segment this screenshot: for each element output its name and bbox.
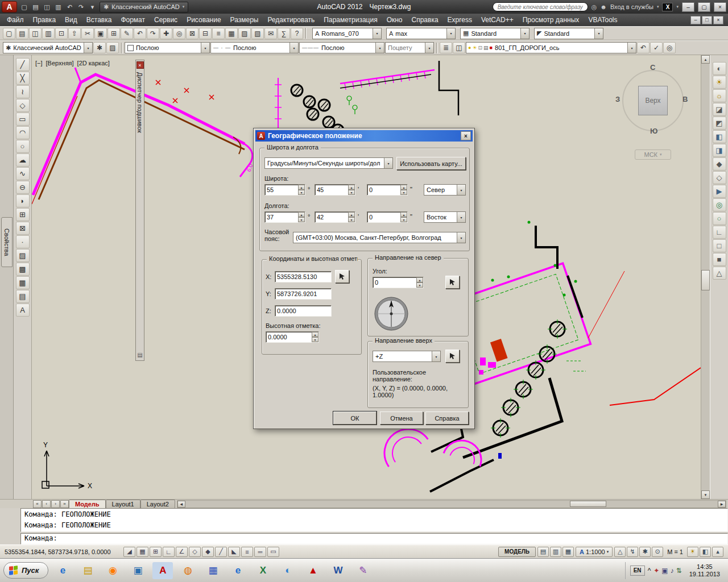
construction-line-icon[interactable]: ╳ [16, 72, 30, 85]
polyline-icon[interactable]: ≀ [16, 85, 30, 98]
chevron-down-icon[interactable]: ▾ [373, 28, 381, 39]
chevron-down-icon[interactable]: ▾ [201, 43, 209, 53]
chevron-down-icon[interactable]: ▾ [375, 43, 384, 53]
grid-display-toggle[interactable]: ⊞ [150, 547, 162, 557]
restore-button[interactable]: ▢ [698, 2, 710, 12]
text-style-combo[interactable]: А Romans_070 ▾ [312, 28, 382, 39]
spin-up-icon[interactable]: ▲ [298, 185, 305, 190]
object-color-combo[interactable]: Послою ▾ [125, 42, 210, 53]
layer-states-icon[interactable]: ◫ [453, 42, 465, 53]
volume-icon[interactable]: ■ [713, 253, 726, 266]
sheet-set-manager-bar[interactable]: × Диспетчер подшивок ▤ [135, 60, 144, 361]
last-tab-button[interactable]: » [60, 500, 69, 508]
spin-up-icon[interactable]: ▲ [400, 212, 407, 217]
workspace-combo[interactable]: ✱ Классический AutoCAD ▾ [100, 2, 188, 13]
web-globe-icon[interactable]: ◐ [278, 562, 298, 579]
chevron-down-icon[interactable]: ▾ [457, 185, 465, 195]
elevation-spinner[interactable]: ▲▼ [266, 331, 319, 343]
dialog-titlebar[interactable]: A Географическое положение × [255, 130, 473, 142]
mdi-close-button[interactable]: × [713, 16, 723, 24]
signin-label[interactable]: Вход в службы [610, 3, 653, 10]
longitude-degrees-spinner[interactable]: ▲▼ [264, 211, 305, 223]
open-icon[interactable]: ▤ [30, 2, 41, 12]
coordinates-readout[interactable]: 5355354.1844, 5873734.9718, 0.0000 [5, 548, 122, 555]
ellipse-arc-icon[interactable]: ◗ [16, 194, 30, 207]
tab-layout2[interactable]: Layout2 [140, 500, 175, 509]
exchange-apps-button[interactable]: X [662, 3, 673, 11]
ortho-mode-toggle[interactable]: ∟ [163, 547, 175, 557]
spin-down-icon[interactable]: ▼ [298, 190, 305, 195]
spin-up-icon[interactable]: ▲ [298, 212, 305, 217]
qat-more-icon[interactable]: ▾ [87, 2, 98, 12]
ellipse-icon[interactable]: ⊖ [16, 181, 30, 194]
section-plane-icon[interactable]: △ [713, 267, 726, 280]
timezone-combo[interactable]: (GMT+03:00) Москва, Санкт-Петербург, Вол… [293, 232, 466, 243]
first-tab-button[interactable]: « [33, 500, 42, 508]
pick-up-direction-button[interactable] [445, 350, 460, 363]
render-icon[interactable]: ◐ [713, 62, 726, 75]
file-explorer-icon[interactable]: ▤ [77, 562, 98, 579]
acrobat-reader-icon[interactable]: ▲ [303, 562, 323, 579]
line-icon[interactable]: ╱ [16, 58, 30, 71]
sun-properties-icon[interactable]: ☼ [713, 89, 726, 102]
rectangle-icon[interactable]: ▭ [16, 113, 30, 126]
viewcube-north-label[interactable]: С [650, 63, 655, 72]
layer-isolate-icon[interactable]: ◎ [663, 42, 676, 53]
viewport-view-control[interactable]: [Верхняя] [46, 60, 74, 66]
tray-volume-icon[interactable]: ♪ [671, 567, 674, 575]
model-space-icon[interactable]: ▤ [537, 547, 549, 557]
scroll-down-icon[interactable]: ▼ [701, 490, 710, 499]
markup-icon[interactable]: ✉ [264, 28, 277, 39]
word-icon[interactable]: W [328, 562, 348, 579]
x-coordinate-input[interactable] [275, 271, 332, 282]
language-indicator[interactable]: EN [630, 566, 645, 576]
materials-icon[interactable]: ◩ [713, 117, 726, 130]
start-button[interactable]: Пуск [3, 562, 48, 579]
zoom-previous-icon[interactable]: ⊟ [199, 28, 212, 39]
publish-icon[interactable]: ⇧ [68, 28, 81, 39]
properties-palette-tab[interactable]: Свойства [1, 217, 13, 267]
menu-item[interactable]: Сервис [150, 14, 182, 26]
chevron-down-icon[interactable]: ▾ [446, 28, 455, 39]
circle-icon[interactable]: ○ [16, 140, 30, 153]
toolbar-lock-icon[interactable]: ⊙ [652, 547, 663, 557]
menu-item[interactable]: Формат [116, 14, 150, 26]
menu-item[interactable]: Рисование [182, 14, 225, 26]
layer-combo[interactable]: ●☀⊡▤■ 801_ГП_ДОРОГИ_ось ▾ [466, 42, 636, 53]
chevron-down-icon[interactable]: ▾ [432, 351, 440, 361]
make-object-layer-current-icon[interactable]: ✓ [650, 42, 663, 53]
chevron-down-icon[interactable]: ▾ [457, 232, 465, 243]
multiline-text-icon[interactable]: А [16, 304, 30, 317]
copy-icon[interactable]: ▣ [94, 28, 107, 39]
chevron-down-icon[interactable]: ▾ [457, 212, 465, 222]
excel-icon[interactable]: X [253, 562, 273, 579]
hatch-icon[interactable]: ▨ [16, 249, 30, 262]
show-motion-icon[interactable]: ▶ [713, 185, 726, 198]
spin-up-icon[interactable]: ▲ [348, 212, 355, 217]
north-compass-widget[interactable] [374, 296, 409, 331]
infer-constraints-toggle[interactable]: ◢ [123, 547, 135, 557]
quickcalc-icon[interactable]: ∑ [278, 28, 290, 39]
outlook-icon[interactable]: ◍ [177, 562, 198, 579]
properties-icon[interactable]: ≡ [212, 28, 225, 39]
prev-tab-button[interactable]: ‹ [42, 500, 51, 508]
close-button[interactable]: × [714, 2, 726, 12]
y-coordinate-input[interactable] [275, 288, 332, 300]
viewcube-top-face[interactable]: Верх [638, 86, 668, 115]
chevron-down-icon[interactable]: ▾ [425, 43, 433, 53]
free-orbit-icon[interactable]: ○ [713, 212, 726, 225]
layer-plot-icon[interactable]: ▤ [483, 45, 489, 51]
cut-icon[interactable]: ✂ [81, 28, 94, 39]
tool-palettes-icon[interactable]: ▨ [238, 28, 251, 39]
clock[interactable]: 14:35 19.11.2013 [685, 563, 725, 578]
dim-style-combo[interactable]: А max ▾ [386, 28, 456, 39]
point-icon[interactable]: ∙ [16, 235, 30, 248]
materials-browser-icon[interactable]: ◪ [713, 103, 726, 116]
region-icon[interactable]: ▦ [16, 276, 30, 289]
create-block-icon[interactable]: ⊠ [16, 222, 30, 235]
layer-properties-manager-icon[interactable]: ≣ [440, 42, 452, 53]
spin-up-icon[interactable]: ▲ [348, 185, 355, 190]
spin-down-icon[interactable]: ▼ [348, 217, 355, 222]
tab-model[interactable]: Модель [69, 500, 106, 509]
menu-item[interactable]: Вид [60, 14, 82, 26]
